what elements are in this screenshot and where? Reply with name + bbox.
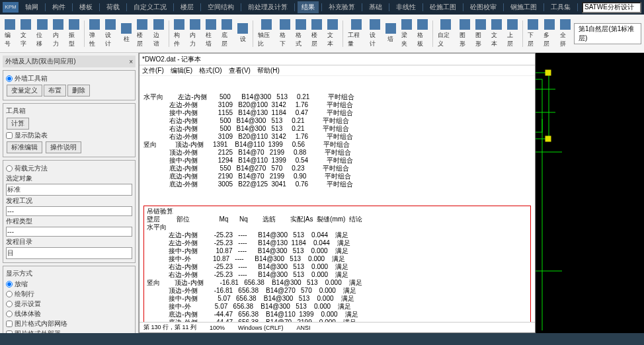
ribbon-btn-12[interactable]: 柱墙 [204, 18, 218, 50]
ribbon-btn-22[interactable]: 墙 [383, 22, 398, 45]
menu-tab-15[interactable]: 工具集 [547, 1, 575, 13]
np-menu-1[interactable]: 编辑(E) [171, 66, 192, 75]
ribbon-btn-17[interactable]: 格式 [294, 18, 308, 50]
ribbon-btn-20[interactable]: 工程量 [346, 18, 366, 50]
combo-0[interactable]: 标准 [6, 184, 132, 196]
help-button[interactable]: 操作说明 [46, 141, 81, 153]
ribbon-btn-25[interactable]: 自定义 [436, 18, 456, 50]
notepad-menu[interactable]: 文件(F)编辑(E)格式(O)查看(V)帮助(H) [140, 65, 535, 76]
np-menu-0[interactable]: 文件(F) [142, 66, 164, 75]
ribbon-btn-19[interactable]: 文本 [325, 18, 340, 50]
np-menu-3[interactable]: 查看(V) [229, 66, 251, 75]
menu-tab-2[interactable]: 楼板 [75, 1, 97, 13]
ribbon-btn-1[interactable]: 文字 [19, 18, 33, 50]
ribbon-btn-16[interactable]: 格下 [278, 18, 292, 50]
ribbon: 编号文字位移内力振型弹性设计柱楼层边谱构件内力柱墙底层设轴压比格下格式楼层文本工… [0, 15, 644, 53]
ribbon-btn-30[interactable]: 下层 [526, 18, 540, 50]
ribbon-btn-5[interactable]: 弹性 [87, 18, 102, 50]
disp-r-1[interactable] [6, 291, 13, 297]
ribbon-btn-3[interactable]: 内力 [51, 18, 65, 50]
std-edit-button[interactable]: 标准编辑 [7, 141, 42, 153]
ribbon-btn-26[interactable]: 图形 [458, 18, 472, 50]
ribbon-btn-18[interactable]: 楼层 [309, 18, 324, 50]
notepad-title: *DWO2.dat - 记事本 [140, 54, 535, 65]
left-panel-title: 外墙及人防(双击同应用)× [3, 56, 136, 67]
combo-2[interactable]: --- [6, 227, 132, 237]
menu-tab-3[interactable]: 荷载 [102, 1, 124, 13]
disp-r-0[interactable] [6, 281, 13, 288]
notepad-window: *DWO2.dat - 记事本 文件(F)编辑(E)格式(O)查看(V)帮助(H… [139, 53, 536, 333]
show-table-check[interactable] [6, 132, 13, 139]
combo-1[interactable]: --- [6, 206, 132, 216]
disp-r-3[interactable] [6, 311, 13, 317]
radio-wall-toolbox[interactable] [6, 75, 13, 82]
np-menu-2[interactable]: 格式(O) [199, 66, 221, 75]
ribbon-btn-29[interactable]: 上层 [505, 18, 520, 50]
wall-btn-0[interactable]: 变量定义 [7, 85, 42, 96]
ribbon-btn-21[interactable]: 设计 [368, 18, 382, 50]
ribbon-btn-24[interactable]: 格板 [415, 18, 430, 50]
left-panel: 外墙及人防(双击同应用)× 外墙工具箱 变量定义布置删除 工具箱 计算 显示防染… [0, 53, 139, 333]
np-menu-4[interactable]: 帮助(H) [257, 66, 280, 75]
notepad-body[interactable]: 水平向 左边-内侧 500 B14@300 513 0.21 平时组合 左边-外… [140, 76, 535, 322]
menu-tab-10[interactable]: 基础 [365, 1, 386, 13]
menu-tab-4[interactable]: 自定义工况 [130, 1, 171, 13]
ribbon-btn-31[interactable]: 多层 [542, 18, 556, 50]
svg-rect-9 [545, 70, 551, 75]
ribbon-btn-28[interactable]: 文本 [489, 18, 504, 50]
design-mode-combo[interactable] [582, 2, 641, 13]
app-logo: KPM [3, 2, 19, 13]
radio-load-method[interactable] [6, 165, 13, 172]
ribbon-btn-32[interactable]: 全拼 [558, 18, 573, 50]
calc-button[interactable]: 计算 [7, 118, 29, 130]
menu-tab-6[interactable]: 空间结构 [204, 1, 238, 13]
menu-tab-9[interactable]: 补充验算 [325, 1, 359, 13]
ribbon-btn-0[interactable]: 编号 [3, 18, 17, 50]
ribbon-btn-23[interactable]: 梁夹 [399, 18, 414, 50]
menu-tab-1[interactable]: 构件 [48, 1, 69, 13]
combo-3[interactable]: 目 [6, 247, 132, 259]
ribbon-btn-8[interactable]: 楼层 [135, 18, 149, 50]
title-bar: KPM 轴网构件楼板荷载自定义工况楼层空间结构前处理及计算结果补充验算基础非线性… [0, 0, 644, 15]
toolbox-label: 工具箱 [6, 106, 132, 116]
menu-tab-11[interactable]: 非线性 [392, 1, 420, 13]
ribbon-btn-10[interactable]: 构件 [172, 18, 186, 50]
svg-rect-11 [545, 136, 551, 141]
ribbon-btn-13[interactable]: 底层 [220, 18, 234, 50]
ribbon-btn-6[interactable]: 设计 [103, 18, 118, 50]
ribbon-btn-7[interactable]: 柱 [119, 22, 134, 45]
menu-tab-14[interactable]: 钢施工图 [506, 1, 541, 13]
disp-r-2[interactable] [6, 301, 13, 307]
floor-pager[interactable]: 第1自然层(第1标准层) [574, 23, 641, 44]
ribbon-btn-9[interactable]: 边谱 [151, 18, 166, 50]
ribbon-btn-11[interactable]: 内力 [188, 18, 202, 50]
wall-btn-1[interactable]: 布置 [44, 85, 66, 96]
display-mode-label: 显示方式 [6, 269, 132, 278]
menu-tab-5[interactable]: 楼层 [177, 1, 198, 13]
ribbon-btn-14[interactable]: 设 [235, 22, 250, 45]
disp-c-0[interactable] [6, 321, 13, 327]
ribbon-btn-2[interactable]: 位移 [34, 18, 49, 50]
ribbon-btn-27[interactable]: 图形 [473, 18, 488, 50]
ribbon-btn-15[interactable]: 轴压比 [256, 18, 276, 50]
close-icon[interactable]: × [129, 58, 133, 65]
ribbon-btn-4[interactable]: 振型 [67, 18, 81, 50]
menu-tab-8[interactable]: 结果 [298, 1, 319, 13]
menu-tab-13[interactable]: 砼图校审 [466, 1, 501, 13]
notepad-status: 第 130 行，第 11 列100%Windows (CRLF)ANSI [140, 322, 535, 332]
disp-c-1[interactable] [6, 330, 13, 333]
menu-tab-7[interactable]: 前处理及计算 [244, 1, 292, 13]
menu-tab-12[interactable]: 砼施工图 [426, 1, 460, 13]
menu-tab-0[interactable]: 轴网 [21, 1, 42, 13]
wall-btn-2[interactable]: 删除 [67, 85, 90, 96]
